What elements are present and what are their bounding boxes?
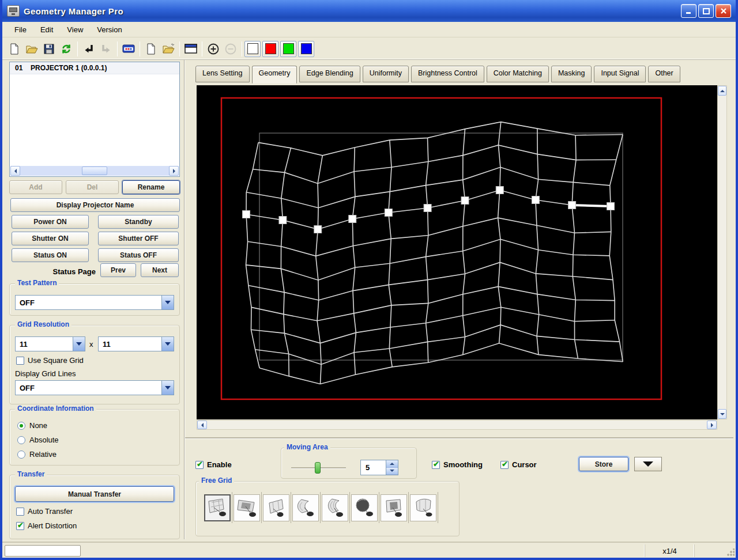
- grid-handle[interactable]: [314, 226, 322, 233]
- chevron-down-icon[interactable]: [161, 381, 174, 395]
- radio-icon[interactable]: [17, 451, 25, 459]
- cursor-checkbox[interactable]: Cursor: [500, 460, 537, 469]
- scroll-up-icon[interactable]: [718, 86, 726, 96]
- new-file-icon[interactable]: [6, 40, 23, 58]
- open-window-icon[interactable]: [160, 40, 177, 58]
- smoothing-checkbox[interactable]: Smoothing: [432, 460, 483, 469]
- checkbox-icon[interactable]: [195, 461, 204, 469]
- enable-checkbox[interactable]: Enable: [195, 460, 232, 469]
- moving-area-spinner[interactable]: 5: [360, 460, 398, 475]
- alert-distortion-checkbox[interactable]: Alert Distortion: [16, 521, 77, 530]
- radio-none[interactable]: None: [17, 418, 59, 433]
- test-pattern-blue-swatch[interactable]: [298, 41, 314, 57]
- tab-color-matching[interactable]: Color Matching: [487, 66, 549, 82]
- moving-area-slider-thumb[interactable]: [315, 462, 321, 474]
- projector-list[interactable]: 01 PROJECTOR 1 (0.0.0.1): [9, 62, 180, 177]
- radio-icon[interactable]: [17, 436, 25, 444]
- use-square-grid-checkbox[interactable]: Use Square Grid: [16, 356, 84, 365]
- grid-handle[interactable]: [243, 211, 250, 218]
- free-grid-preset-cylinder-concave-alt-icon[interactable]: [322, 494, 348, 521]
- spin-down-icon[interactable]: [386, 468, 398, 475]
- checkbox-icon[interactable]: [500, 461, 509, 469]
- grid-v-combo[interactable]: 11: [98, 336, 174, 351]
- tab-lens-setting[interactable]: Lens Setting: [195, 66, 250, 82]
- canvas-vscrollbar[interactable]: [717, 85, 727, 419]
- scroll-down-icon[interactable]: [718, 409, 726, 419]
- scroll-left-icon[interactable]: [197, 421, 207, 429]
- control-panel-icon[interactable]: [120, 40, 137, 58]
- checkbox-icon[interactable]: [16, 508, 24, 516]
- rename-button[interactable]: Rename: [122, 180, 180, 194]
- shutter-off-button[interactable]: Shutter OFF: [98, 232, 179, 245]
- tab-uniformity[interactable]: Uniformity: [363, 66, 409, 82]
- free-grid-preset-flat-screen-shaded-icon[interactable]: [381, 494, 407, 521]
- close-button[interactable]: [716, 4, 731, 18]
- menu-edit[interactable]: Edit: [34, 24, 59, 36]
- projector-list-hscrollbar[interactable]: [10, 166, 179, 176]
- projector-list-item[interactable]: 01 PROJECTOR 1 (0.0.0.1): [10, 62, 179, 74]
- window-frame-icon[interactable]: [182, 40, 199, 58]
- grid-handle[interactable]: [532, 196, 539, 204]
- save-icon[interactable]: [40, 40, 58, 58]
- tab-other[interactable]: Other: [648, 66, 680, 82]
- tab-masking[interactable]: Masking: [551, 66, 592, 82]
- free-grid-preset-cylinder-concave-icon[interactable]: [292, 494, 319, 521]
- grid-handle[interactable]: [496, 187, 503, 194]
- tab-geometry[interactable]: Geometry: [252, 66, 298, 84]
- free-grid-preset-flat-screen-icon[interactable]: [204, 494, 231, 521]
- tab-edge-blending[interactable]: Edge Blending: [299, 66, 360, 82]
- grid-h-combo[interactable]: 11: [15, 336, 85, 351]
- checkbox-icon[interactable]: [16, 357, 24, 365]
- checkbox-icon[interactable]: [432, 461, 440, 469]
- store-button[interactable]: Store: [579, 457, 628, 471]
- geometry-canvas[interactable]: [197, 85, 717, 419]
- grid-handle[interactable]: [568, 202, 576, 209]
- standby-button[interactable]: Standby: [98, 215, 179, 229]
- free-grid-preset-flat-screen-angled-icon[interactable]: [263, 494, 289, 521]
- spin-up-icon[interactable]: [386, 460, 398, 468]
- grid-handle[interactable]: [424, 205, 431, 212]
- grid-handle[interactable]: [385, 209, 392, 217]
- menu-view[interactable]: View: [61, 24, 89, 36]
- undo-icon[interactable]: [80, 40, 97, 58]
- free-grid-preset-curved-screen-icon[interactable]: [410, 494, 436, 521]
- store-dropdown-button[interactable]: [634, 457, 662, 471]
- canvas-hscrollbar[interactable]: [197, 420, 717, 430]
- chevron-down-icon[interactable]: [161, 337, 174, 351]
- grid-handle[interactable]: [607, 203, 615, 210]
- manual-transfer-button[interactable]: Manual Transfer: [15, 486, 174, 502]
- distortion-mesh[interactable]: [197, 85, 717, 419]
- new-window-icon[interactable]: [142, 40, 160, 58]
- menu-file[interactable]: File: [8, 24, 33, 36]
- test-pattern-combo[interactable]: OFF: [15, 295, 174, 310]
- free-grid-preset-flat-screen-tilted-icon[interactable]: [234, 494, 260, 521]
- chevron-down-icon[interactable]: [161, 296, 174, 309]
- scroll-right-icon[interactable]: [707, 421, 717, 429]
- grid-handle[interactable]: [279, 217, 287, 224]
- power-on-button[interactable]: Power ON: [12, 215, 89, 229]
- checkbox-icon[interactable]: [16, 522, 24, 530]
- test-pattern-white-swatch[interactable]: [244, 41, 261, 57]
- auto-transfer-checkbox[interactable]: Auto Transfer: [16, 507, 73, 516]
- minimize-button[interactable]: [681, 4, 696, 18]
- radio-icon[interactable]: [17, 422, 25, 430]
- scroll-left-icon[interactable]: [10, 166, 20, 176]
- status-off-button[interactable]: Status OFF: [98, 248, 179, 262]
- open-file-icon[interactable]: [23, 40, 40, 58]
- maximize-button[interactable]: [698, 4, 714, 18]
- refresh-icon[interactable]: [58, 40, 75, 58]
- test-pattern-green-swatch[interactable]: [280, 41, 296, 57]
- radio-relative[interactable]: Relative: [17, 447, 59, 461]
- tab-input-signal[interactable]: Input Signal: [594, 66, 646, 82]
- grid-handle[interactable]: [461, 197, 469, 205]
- status-page-next-button[interactable]: Next: [141, 263, 179, 277]
- scrollbar-thumb[interactable]: [82, 167, 107, 175]
- menu-version[interactable]: Version: [91, 24, 128, 36]
- display-grid-lines-combo[interactable]: OFF: [15, 380, 174, 395]
- tab-brightness-control[interactable]: Brightness Control: [411, 66, 484, 82]
- status-page-prev-button[interactable]: Prev: [100, 263, 136, 277]
- radio-absolute[interactable]: Absolute: [17, 433, 59, 447]
- zoom-in-icon[interactable]: [205, 40, 222, 58]
- chevron-down-icon[interactable]: [73, 337, 85, 351]
- resize-grip-icon[interactable]: [726, 548, 735, 557]
